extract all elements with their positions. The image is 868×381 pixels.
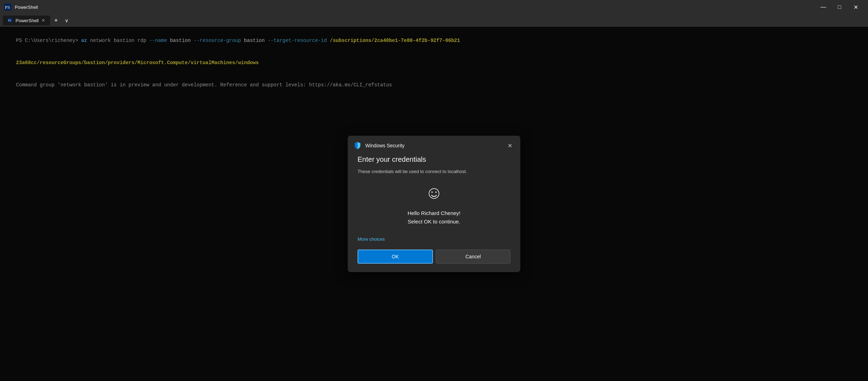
dialog-buttons: OK Cancel	[358, 250, 510, 264]
tab-close-icon[interactable]: ✕	[42, 18, 45, 23]
hello-line1: Hello Richard Cheney!	[358, 209, 510, 217]
smiley-container: ☺	[358, 185, 510, 203]
dialog-heading: Enter your credentials	[358, 154, 510, 165]
tab-powershell[interactable]: PS PowerShell ✕	[3, 16, 50, 25]
windows-security-icon	[353, 141, 362, 150]
minimize-button[interactable]: —	[815, 1, 831, 13]
tab-bar: PS PowerShell ✕ + ∨	[0, 14, 868, 27]
more-choices-link[interactable]: More choices	[358, 236, 385, 243]
cancel-button[interactable]: Cancel	[436, 250, 510, 264]
tab-dropdown-button[interactable]: ∨	[62, 16, 71, 25]
dialog-close-button[interactable]: ✕	[505, 141, 515, 150]
dialog-body: Enter your credentials These credentials…	[348, 154, 520, 272]
hello-text: Hello Richard Cheney! Select OK to conti…	[358, 209, 510, 226]
close-button[interactable]: ✕	[848, 1, 864, 13]
dialog-subtitle: These credentials will be used to connec…	[358, 168, 510, 175]
svg-text:PS: PS	[5, 5, 10, 10]
maximize-button[interactable]: □	[831, 1, 848, 13]
powershell-tab-icon: PS	[8, 18, 13, 24]
ok-button[interactable]: OK	[358, 250, 433, 264]
dialog-titlebar: Windows Security ✕	[348, 136, 520, 154]
titlebar: PS PowerShell — □ ✕	[0, 0, 868, 14]
dialog-title: Windows Security	[365, 142, 501, 149]
hello-line2: Select OK to continue.	[358, 217, 510, 226]
terminal: PS C:\Users\richeney> az network bastion…	[0, 27, 868, 381]
powershell-icon: PS	[4, 4, 11, 11]
windows-security-dialog: Windows Security ✕ Enter your credential…	[348, 136, 520, 272]
window-controls: — □ ✕	[815, 1, 864, 13]
tab-label: PowerShell	[16, 18, 39, 23]
new-tab-button[interactable]: +	[51, 16, 61, 25]
dialog-overlay: Windows Security ✕ Enter your credential…	[0, 27, 868, 381]
svg-text:PS: PS	[8, 19, 11, 22]
window-title: PowerShell	[15, 5, 812, 10]
smiley-face-icon: ☺	[428, 185, 439, 203]
